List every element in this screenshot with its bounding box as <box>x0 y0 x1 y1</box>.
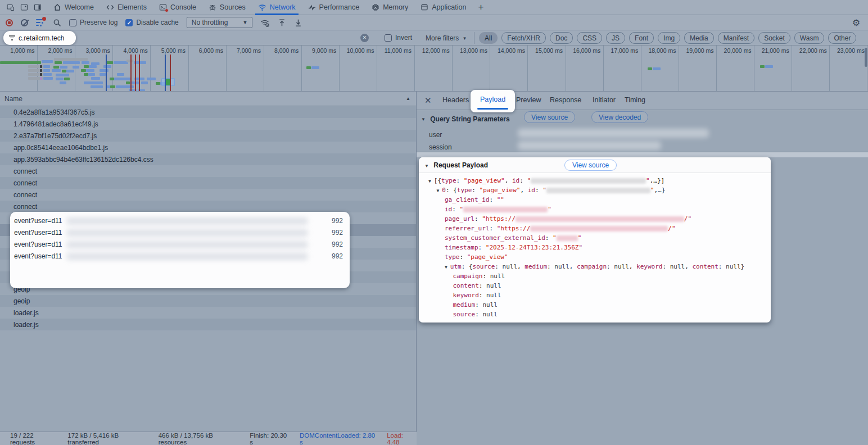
chip-other[interactable]: Other <box>828 32 856 44</box>
payload-tab-highlight[interactable]: Payload <box>471 90 515 112</box>
filter-icon[interactable] <box>36 19 45 26</box>
network-overview-timeline[interactable]: 1,000 ms2,000 ms3,000 ms4,000 ms5,000 ms… <box>0 46 868 92</box>
json-null-value: null <box>486 292 501 299</box>
expand-triangle-icon[interactable]: ▼ <box>428 179 431 184</box>
chip-img[interactable]: Img <box>658 32 680 44</box>
disable-cache-checkbox[interactable]: ✓ <box>125 19 133 26</box>
expand-triangle-icon[interactable]: ▼ <box>437 188 440 193</box>
table-row[interactable]: 2.e37a7bf1e75d02f2ecd7.js <box>0 130 416 142</box>
device-toolbar-icon[interactable] <box>7 3 15 11</box>
details-tab-response[interactable]: Response <box>550 96 581 104</box>
redacted-event-row[interactable]: event?user=d11992 <box>10 215 350 227</box>
chip-media[interactable]: Media <box>684 32 714 44</box>
table-row[interactable]: connect <box>0 177 416 189</box>
table-row[interactable]: 1.4796481adec8a61ecf49.js <box>0 118 416 130</box>
disable-cache-toggle[interactable]: ✓ Disable cache <box>125 19 178 26</box>
clear-filter-icon[interactable]: ✕ <box>360 34 369 42</box>
chip-doc[interactable]: Doc <box>550 32 573 44</box>
json-tree-line[interactable]: source: null <box>419 310 771 319</box>
json-tree-line[interactable]: ▼utm: {source: null, medium: null, campa… <box>419 262 771 271</box>
details-tab-initiator[interactable]: Initiator <box>593 96 616 104</box>
network-conditions-icon[interactable] <box>260 19 270 27</box>
dock-side-icon[interactable] <box>34 3 42 11</box>
table-row[interactable]: app.3593a5bc94b4e63ffc136152dc126bc4.css <box>0 153 416 165</box>
overview-scrollbar-thumb[interactable] <box>865 48 867 67</box>
invert-checkbox[interactable] <box>385 34 392 42</box>
details-tab-headers[interactable]: Headers <box>442 96 469 104</box>
status-item[interactable]: Load: 4.48 <box>387 432 417 445</box>
json-tree-line[interactable]: system_customer_external_id: "" <box>419 233 771 243</box>
json-punctuation: : <box>662 263 670 270</box>
json-tree-line[interactable]: referrer_url: "https:///" <box>419 224 771 233</box>
json-string-value: "https:// <box>482 215 516 222</box>
query-string-section-header[interactable]: ▼ Query String Parameters <box>421 115 510 123</box>
chip-all[interactable]: All <box>479 32 498 44</box>
json-punctuation: : <box>607 263 614 270</box>
filter-input[interactable]: c.retailcrm.tech <box>3 31 76 45</box>
table-row[interactable]: geoip <box>0 295 416 307</box>
import-har-icon[interactable] <box>278 19 286 27</box>
record-network-log-icon[interactable] <box>6 19 13 26</box>
tab-performance[interactable]: Performance <box>302 0 366 15</box>
more-tabs-button[interactable]: + <box>472 2 489 13</box>
settings-gear-icon[interactable]: ⚙ <box>852 17 860 28</box>
export-har-icon[interactable] <box>294 19 302 27</box>
tab-memory[interactable]: Memory <box>365 0 414 15</box>
clear-network-log-icon[interactable] <box>21 19 28 26</box>
json-tree-line[interactable]: ga_client_id: "" <box>419 195 771 205</box>
chip-socket[interactable]: Socket <box>758 32 790 44</box>
json-tree-line[interactable]: campaign: null <box>419 271 771 281</box>
json-key: keyword <box>636 263 662 270</box>
table-row[interactable]: connect <box>0 165 416 177</box>
waterfall-bar <box>311 66 319 69</box>
json-tree-line[interactable]: type: "page_view" <box>419 252 771 262</box>
redacted-event-row[interactable]: event?user=d11992 <box>10 239 350 251</box>
table-row[interactable]: loader.js <box>0 307 416 319</box>
json-tree-line[interactable]: medium: null <box>419 300 771 310</box>
tab-network[interactable]: Network <box>252 0 302 15</box>
json-tree-line[interactable]: content: null <box>419 281 771 290</box>
chip-wasm[interactable]: Wasm <box>794 32 825 44</box>
table-row[interactable]: connect <box>0 189 416 201</box>
redacted-event-row[interactable]: event?user=d11992 <box>10 227 350 239</box>
details-tab-preview[interactable]: Preview <box>516 96 541 104</box>
table-row[interactable]: 0.4e2a8ffa1a9534f367c5.js <box>0 106 416 118</box>
json-string-value: " <box>548 206 551 213</box>
view-decoded-button[interactable]: View decoded <box>591 111 648 123</box>
close-details-icon[interactable]: ✕ <box>424 96 432 106</box>
chip-manifest[interactable]: Manifest <box>718 32 754 44</box>
payload-view-source-button[interactable]: View source <box>564 160 617 171</box>
tab-application[interactable]: Application <box>414 0 472 15</box>
redacted-event-row[interactable]: event?user=d11992 <box>10 251 350 262</box>
tab-sources[interactable]: Sources <box>202 0 252 15</box>
view-source-button[interactable]: View source <box>524 111 575 123</box>
throttling-select[interactable]: No throttling ▼ <box>187 17 253 28</box>
search-icon[interactable] <box>53 19 61 27</box>
json-tree-line[interactable]: ▼[{type: "page_view", id: "",…}] <box>419 176 771 185</box>
chip-js[interactable]: JS <box>606 32 625 44</box>
preserve-log-toggle[interactable]: Preserve log <box>69 19 117 26</box>
chip-fetchxhr[interactable]: Fetch/XHR <box>501 32 546 44</box>
expand-triangle-icon[interactable]: ▼ <box>445 265 447 270</box>
tab-console[interactable]: Console <box>153 0 202 15</box>
tab-elements[interactable]: Elements <box>100 0 153 15</box>
request-payload-header[interactable]: ▼ Request Payload View source <box>419 157 771 173</box>
table-row[interactable]: connect <box>0 201 416 212</box>
tab-welcome[interactable]: Welcome <box>47 0 100 15</box>
details-tab-timing[interactable]: Timing <box>625 96 645 104</box>
json-tree-line[interactable]: keyword: null <box>419 290 771 300</box>
preserve-log-checkbox[interactable] <box>69 19 76 26</box>
more-filters-dropdown[interactable]: More filters ▾ <box>426 34 466 42</box>
table-row[interactable]: app.0c85414eeae1064bdbe1.js <box>0 142 416 153</box>
json-tree-line[interactable]: id: "" <box>419 205 771 214</box>
name-column-header[interactable]: Name ▲ <box>0 92 416 106</box>
chip-font[interactable]: Font <box>629 32 654 44</box>
table-row[interactable]: loader.js <box>0 319 416 330</box>
json-tree-line[interactable]: page_url: "https:///" <box>419 214 771 224</box>
status-item[interactable]: DOMContentLoaded: 2.80 s <box>300 432 378 445</box>
invert-filter-toggle[interactable]: Invert <box>385 34 412 42</box>
device-frame-icon[interactable] <box>20 3 28 11</box>
chip-css[interactable]: CSS <box>577 32 602 44</box>
json-tree-line[interactable]: ▼0: {type: "page_view", id: "",…} <box>419 185 771 195</box>
json-tree-line[interactable]: timestamp: "2025-12-24T13:23:21.356Z" <box>419 243 771 252</box>
